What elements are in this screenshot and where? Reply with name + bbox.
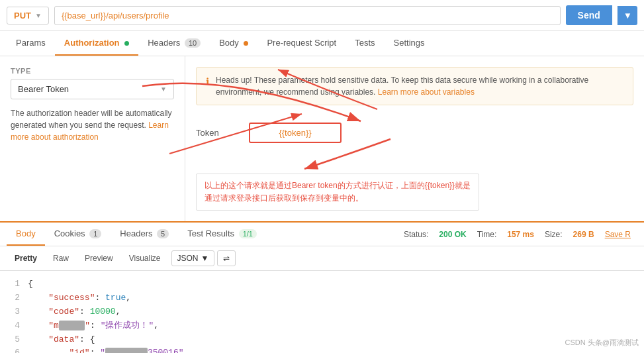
main-area: TYPE Bearer Token ▼ The authorization he…: [0, 56, 644, 221]
type-value: Bearer Token: [18, 84, 69, 94]
type-select-arrow: ▼: [160, 85, 167, 93]
cn-annotation: 以上的这个请求就是通过Bearer token的方式进行认证，上面的{{toke…: [196, 174, 479, 211]
code-line-6: 6 "id": " 350016": [7, 346, 644, 353]
time-label: Time:: [477, 230, 497, 239]
rf-tab-pretty[interactable]: Pretty: [7, 250, 45, 266]
line-num-3: 3: [7, 305, 20, 319]
code-line-4: 4 "mage": "操作成功！",: [7, 319, 644, 333]
tab-body[interactable]: Body: [210, 31, 257, 56]
line-num-4: 4: [7, 319, 20, 333]
tab-authorization[interactable]: Authorization: [55, 31, 138, 56]
method-dropdown[interactable]: PUT ▼: [7, 7, 49, 25]
bottom-tab-test-results[interactable]: Test Results 1/1: [178, 223, 266, 246]
code-line-3: 3 "code": 10000,: [7, 305, 644, 319]
format-dropdown[interactable]: JSON ▼: [171, 250, 215, 266]
tab-params[interactable]: Params: [7, 31, 55, 56]
url-input[interactable]: [54, 6, 561, 25]
cn-line2: 通过请求登录接口后获取到保存到变量中的。: [205, 192, 471, 205]
token-value[interactable]: {{token}}: [249, 123, 342, 143]
code-line-2: 2 "success": true,: [7, 291, 644, 305]
send-dropdown-button[interactable]: ▼: [618, 6, 637, 25]
method-label: PUT: [14, 11, 31, 21]
token-row: Token {{token}}: [196, 119, 633, 147]
code-area: 1 { 2 "success": true, 3 "code": 10000, …: [0, 271, 644, 353]
tab-headers[interactable]: Headers 10: [138, 31, 210, 56]
format-arrow: ▼: [201, 254, 209, 263]
status-value: 200 OK: [439, 230, 466, 239]
warning-icon: ℹ: [206, 75, 209, 98]
code-line-3-content: "code": 10000,: [28, 305, 120, 319]
cookies-badge: 1: [89, 229, 101, 238]
line-num-6: 6: [7, 346, 20, 353]
rf-tab-raw[interactable]: Raw: [45, 250, 77, 266]
tab-prerequest[interactable]: Pre-request Script: [257, 31, 345, 56]
type-select[interactable]: Bearer Token ▼: [11, 79, 174, 99]
learn-more-variables-link[interactable]: Learn more about variables: [378, 87, 475, 97]
wrap-icon[interactable]: ⇌: [217, 250, 236, 266]
format-value: JSON: [177, 254, 199, 263]
code-line-5: 5 "data": {: [7, 333, 644, 347]
test-results-badge: 1/1: [239, 229, 257, 238]
status-bar: Status: 200 OK Time: 157 ms Size: 269 B …: [397, 230, 637, 239]
size-label: Size:: [545, 230, 563, 239]
code-line-6-content: "id": " 350016": [28, 346, 183, 353]
warning-box: ℹ Heads up! These parameters hold sensit…: [196, 67, 633, 105]
headers-badge: 10: [185, 38, 201, 48]
bottom-section: Body Cookies 1 Headers 5 Test Results 1/…: [0, 221, 644, 353]
line-num-2: 2: [7, 291, 20, 305]
code-line-5-content: "data": {: [28, 333, 95, 347]
right-panel: ℹ Heads up! These parameters hold sensit…: [185, 56, 644, 221]
tab-settings[interactable]: Settings: [385, 31, 434, 56]
watermark: CSDN 头条@雨滴测试: [565, 338, 639, 348]
rf-tab-visualize[interactable]: Visualize: [121, 250, 169, 266]
bottom-tabs-bar: Body Cookies 1 Headers 5 Test Results 1/…: [0, 223, 644, 246]
authorization-dot: [124, 41, 129, 46]
body-dot: [244, 41, 248, 46]
code-line-2-content: "success": true,: [28, 291, 131, 305]
auth-note: The authorization header will be automat…: [11, 107, 174, 143]
code-line-4-content: "mage": "操作成功！",: [28, 319, 159, 333]
rf-tab-preview[interactable]: Preview: [77, 250, 121, 266]
time-value: 157 ms: [507, 230, 534, 239]
line-num-1: 1: [7, 277, 20, 291]
request-tabs: Params Authorization Headers 10 Body Pre…: [0, 31, 644, 56]
cn-line1: 以上的这个请求就是通过Bearer token的方式进行认证，上面的{{toke…: [205, 179, 471, 192]
size-value: 269 B: [573, 230, 594, 239]
bottom-tab-body[interactable]: Body: [7, 223, 45, 246]
method-arrow: ▼: [35, 12, 42, 19]
tab-tests[interactable]: Tests: [345, 31, 384, 56]
code-line-1: 1 {: [7, 277, 644, 291]
left-panel: TYPE Bearer Token ▼ The authorization he…: [0, 56, 185, 221]
cn-annotation-box: 以上的这个请求就是通过Bearer token的方式进行认证，上面的{{toke…: [196, 167, 633, 211]
status-label: Status:: [404, 230, 428, 239]
bottom-tabs-left: Body Cookies 1 Headers 5 Test Results 1/…: [7, 223, 266, 246]
warning-text: Heads up! These parameters hold sensitiv…: [216, 74, 623, 98]
line-num-5: 5: [7, 333, 20, 347]
bottom-tab-headers[interactable]: Headers 5: [111, 223, 178, 246]
token-label: Token: [196, 128, 236, 138]
type-label: TYPE: [11, 67, 174, 75]
send-button[interactable]: Send: [566, 5, 612, 25]
top-bar: PUT ▼ Send ▼: [0, 0, 644, 31]
save-response-link[interactable]: Save R: [605, 230, 631, 239]
bottom-tab-cookies[interactable]: Cookies 1: [45, 223, 111, 246]
response-format-tabs: Pretty Raw Preview Visualize JSON ▼ ⇌: [0, 246, 644, 271]
response-headers-badge: 5: [157, 229, 169, 238]
code-brace-open: {: [28, 277, 33, 291]
auth-note-text: The authorization header will be automat…: [11, 109, 171, 130]
